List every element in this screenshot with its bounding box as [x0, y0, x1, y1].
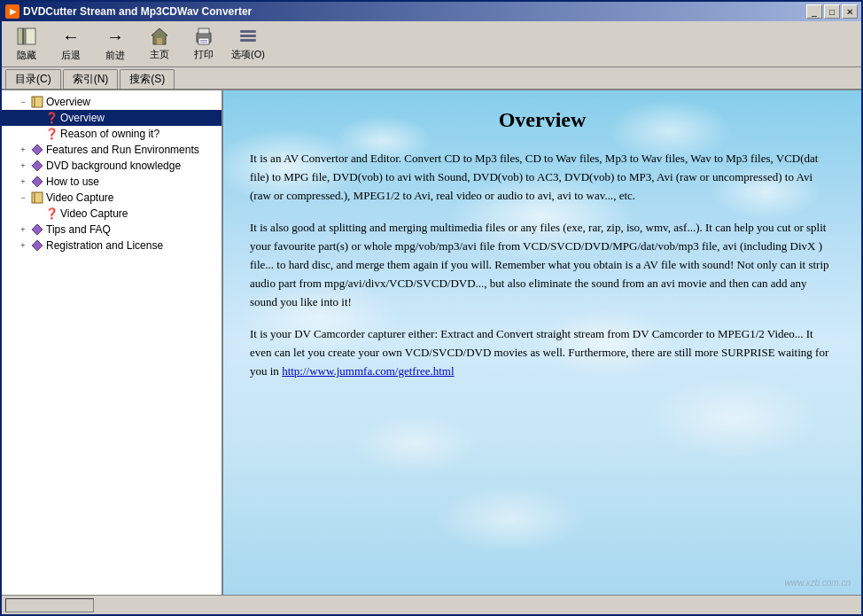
main-content: − Overview ❓ Overview ❓ Reason of — [2, 90, 861, 595]
svg-rect-10 — [240, 30, 256, 33]
question-icon-video: ❓ — [44, 207, 58, 221]
sidebar-item-registration[interactable]: + Registration and License — [2, 238, 222, 253]
svg-rect-18 — [32, 192, 43, 203]
minimize-button[interactable]: _ — [806, 4, 822, 19]
home-icon — [149, 27, 170, 46]
home-label: 主页 — [150, 48, 169, 61]
svg-rect-13 — [32, 97, 43, 107]
svg-marker-16 — [32, 160, 43, 171]
sidebar-item-howto[interactable]: + How to use — [2, 174, 222, 190]
window-title: DVDCutter Stream and Mp3CDWav Converter — [23, 5, 252, 18]
options-button[interactable]: 选项(O) — [227, 25, 269, 64]
sidebar-label-video-child: Video Capture — [60, 207, 128, 220]
hide-button[interactable]: 隐藏 — [5, 25, 48, 64]
hide-label: 隐藏 — [17, 49, 36, 62]
toolbar: 隐藏 ← 后退 → 前进 主页 — [2, 21, 861, 67]
sidebar-item-video-root[interactable]: − Video Capture — [2, 190, 222, 206]
watermark: www.xzb.com.cn — [785, 578, 851, 588]
sidebar-label-tips: Tips and FAQ — [46, 223, 111, 236]
print-button[interactable]: 打印 — [183, 25, 225, 64]
diamond-icon-howto — [30, 175, 44, 189]
sidebar-item-overview[interactable]: ❓ Overview — [2, 110, 222, 126]
toggle-registration[interactable]: + — [16, 241, 30, 250]
print-icon — [193, 27, 214, 46]
tab-bar: 目录(C) 索引(N) 搜索(S) — [2, 67, 861, 90]
content-inner: Overview It is an AV Convertor and Edito… — [223, 90, 861, 413]
options-label: 选项(O) — [231, 48, 265, 61]
paragraph-3: It is your DV Camcorder capturer either:… — [250, 325, 835, 380]
toggle-video[interactable]: − — [16, 193, 30, 202]
sidebar: − Overview ❓ Overview ❓ Reason of — [2, 90, 223, 595]
maximize-button[interactable]: □ — [824, 4, 840, 19]
status-bar — [2, 595, 861, 614]
sidebar-item-dvd[interactable]: + DVD background knowledge — [2, 158, 222, 174]
close-button[interactable]: ✕ — [842, 4, 858, 19]
home-button[interactable]: 主页 — [138, 25, 181, 64]
toggle-dvd[interactable]: + — [16, 161, 30, 170]
svg-rect-4 — [157, 38, 162, 44]
window-controls: _ □ ✕ — [806, 4, 858, 19]
sidebar-label-dvd: DVD background knowledge — [46, 160, 181, 172]
sidebar-label-video-root: Video Capture — [46, 191, 114, 204]
book-icon-video — [30, 191, 44, 205]
title-bar-left: ▶ DVDCutter Stream and Mp3CDWav Converte… — [5, 4, 252, 19]
svg-marker-21 — [32, 240, 43, 251]
svg-rect-6 — [198, 28, 209, 34]
book-icon — [30, 95, 44, 109]
diamond-icon-tips — [30, 222, 44, 237]
svg-rect-1 — [26, 28, 35, 44]
forward-icon: → — [105, 27, 126, 47]
toggle-overview[interactable]: − — [16, 97, 30, 106]
toggle-howto[interactable]: + — [16, 177, 30, 186]
title-bar: ▶ DVDCutter Stream and Mp3CDWav Converte… — [2, 2, 861, 21]
toggle-tips[interactable]: + — [16, 225, 30, 234]
forward-label: 前进 — [105, 49, 125, 62]
diamond-icon-dvd — [30, 159, 44, 173]
tab-search[interactable]: 搜索(S) — [120, 69, 175, 89]
back-icon: ← — [60, 27, 82, 47]
sidebar-item-features[interactable]: + Features and Run Environments — [2, 142, 222, 158]
svg-marker-20 — [32, 224, 43, 235]
sidebar-label-features: Features and Run Environments — [46, 144, 199, 156]
sidebar-item-reason[interactable]: ❓ Reason of owning it? — [2, 126, 222, 142]
content-pane: Overview It is an AV Convertor and Edito… — [223, 90, 861, 595]
question-icon-overview: ❓ — [44, 111, 58, 125]
question-icon-reason: ❓ — [44, 127, 58, 141]
sidebar-label-registration: Registration and License — [46, 239, 163, 252]
main-window: ▶ DVDCutter Stream and Mp3CDWav Converte… — [0, 0, 863, 616]
print-label: 打印 — [194, 48, 214, 61]
tab-index[interactable]: 索引(N) — [63, 69, 119, 89]
back-button[interactable]: ← 后退 — [50, 25, 92, 64]
diamond-icon-registration — [30, 238, 44, 253]
paragraph-2: It is also good at splitting and merging… — [250, 219, 835, 311]
sidebar-item-tips[interactable]: + Tips and FAQ — [2, 222, 222, 238]
sidebar-label-howto: How to use — [46, 175, 99, 188]
svg-marker-17 — [32, 176, 43, 187]
svg-marker-15 — [32, 144, 43, 155]
sidebar-label-reason: Reason of owning it? — [60, 128, 159, 140]
svg-rect-11 — [240, 35, 256, 37]
back-label: 后退 — [61, 49, 81, 62]
sidebar-label-overview-root: Overview — [46, 96, 90, 108]
svg-rect-0 — [18, 28, 25, 44]
svg-rect-9 — [200, 42, 207, 43]
sidebar-item-video-child[interactable]: ❓ Video Capture — [2, 206, 222, 222]
tab-contents[interactable]: 目录(C) — [5, 69, 61, 89]
svg-rect-8 — [200, 40, 207, 41]
getfree-link[interactable]: http://www.jummfa.com/getfree.html — [282, 364, 454, 378]
svg-rect-12 — [240, 39, 256, 42]
sidebar-item-overview-root[interactable]: − Overview — [2, 94, 222, 110]
diamond-icon-features — [30, 143, 44, 157]
paragraph-1: It is an AV Convertor and Editor. Conver… — [250, 150, 835, 205]
app-icon: ▶ — [5, 4, 19, 19]
svg-rect-7 — [198, 38, 209, 44]
page-title: Overview — [250, 108, 835, 132]
status-panel — [5, 598, 94, 612]
hide-icon — [16, 26, 37, 47]
toggle-features[interactable]: + — [16, 145, 30, 154]
forward-button[interactable]: → 前进 — [94, 25, 136, 64]
options-icon — [237, 27, 259, 46]
sidebar-label-overview: Overview — [60, 112, 105, 124]
